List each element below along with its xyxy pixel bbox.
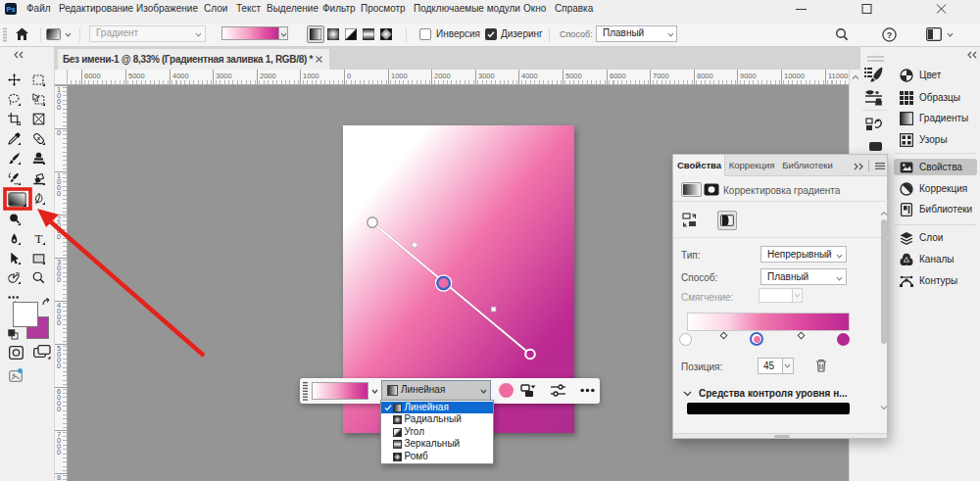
svg-text:T: T bbox=[35, 231, 43, 246]
svg-text:Ps: Ps bbox=[6, 5, 15, 14]
svg-text:?: ? bbox=[887, 30, 893, 40]
